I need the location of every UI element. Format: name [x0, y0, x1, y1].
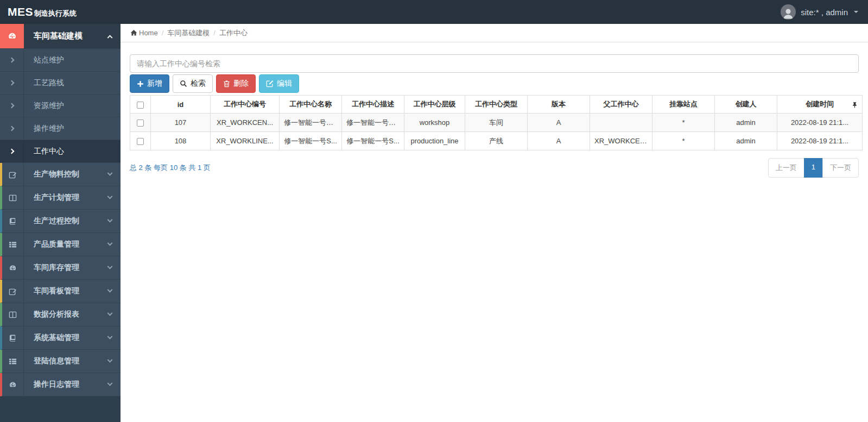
pagination-summary: 总 2 条 每页 10 条 共 1 页 — [130, 163, 211, 173]
breadcrumb-home[interactable]: Home — [130, 29, 158, 37]
table-cell: production_line — [404, 132, 465, 150]
column-header-code: 工作中心编号 — [211, 96, 280, 114]
edit-icon — [2, 280, 24, 303]
row-select-cell — [130, 132, 151, 150]
person-icon — [782, 7, 795, 20]
sidebar-item-label: 系统基础管理 — [34, 333, 79, 343]
next-page-button[interactable]: 下一页 — [822, 158, 859, 178]
sidebar-item-login-info-management[interactable]: 登陆信息管理 — [0, 350, 121, 373]
table-cell — [590, 114, 652, 132]
sidebar-subitem-label: 操作维护 — [34, 124, 64, 134]
table-cell: * — [652, 132, 715, 150]
sidebar-item-operation-log-management[interactable]: 操作日志管理 — [0, 373, 121, 396]
row-checkbox[interactable] — [137, 138, 144, 145]
column-header-version: 版本 — [528, 96, 590, 114]
sidebar-subitem-label: 站点维护 — [34, 55, 64, 65]
sidebar-item-workshop-modeling[interactable]: 车间基础建模 — [0, 24, 121, 49]
table-cell: 车间 — [465, 114, 528, 132]
sidebar-item-material-control[interactable]: 生产物料控制 — [0, 163, 121, 186]
row-checkbox[interactable] — [137, 119, 144, 127]
table-cell: admin — [715, 114, 777, 132]
sidebar-subitem-label: 工作中心 — [34, 147, 64, 156]
home-icon — [130, 29, 137, 36]
sidebar-item-plan-management[interactable]: 生产计划管理 — [0, 186, 121, 210]
table-cell: 修一智能一号车间 — [280, 114, 342, 132]
breadcrumb-current: 工作中心 — [219, 28, 248, 38]
sidebar-item-inventory-management[interactable]: 车间库存管理 — [0, 256, 121, 280]
delete-button[interactable]: 删除 — [216, 74, 256, 93]
select-all-header — [130, 96, 151, 114]
page-1-button[interactable]: 1 — [804, 158, 823, 178]
table-cell: admin — [715, 132, 777, 150]
sidebar-item-label: 生产物料控制 — [34, 169, 79, 179]
row-select-cell — [130, 114, 151, 132]
sidebar-item-label: 车间基础建模 — [34, 31, 83, 41]
pagination: 上一页 1 下一页 — [768, 158, 859, 178]
chevron-down-icon — [107, 217, 113, 222]
edit-icon — [2, 163, 24, 186]
sidebar-item-kanban-management[interactable]: 车间看板管理 — [0, 280, 121, 303]
table-cell: 2022-08-19 21:1... — [777, 132, 863, 150]
sidebar-subitem-work-center[interactable]: 工作中心 — [0, 140, 121, 163]
app-logo: MES 制造执行系统 — [8, 5, 77, 18]
list-icon — [2, 350, 24, 373]
chevron-down-icon — [107, 357, 113, 362]
sidebar-item-label: 操作日志管理 — [34, 380, 79, 389]
sidebar-item-data-analysis-reports[interactable]: 数据分析报表 — [0, 303, 121, 326]
sidebar-item-process-control[interactable]: 生产过程控制 — [0, 210, 121, 233]
book-icon — [2, 210, 24, 232]
dashboard-icon — [0, 24, 24, 48]
search-button[interactable]: 检索 — [173, 74, 213, 93]
breadcrumb-separator: / — [162, 29, 164, 37]
toolbar: 新增 检索 删除 — [130, 74, 859, 93]
sidebar-item-label: 车间看板管理 — [34, 286, 79, 296]
column-header-type: 工作中心类型 — [465, 96, 528, 114]
table-cell: 修一智能一号S... — [280, 132, 342, 150]
brand-acronym: MES — [8, 5, 33, 18]
column-header-creator: 创建人 — [715, 96, 777, 114]
sidebar-subitem-process-route[interactable]: 工艺路线 — [0, 72, 121, 95]
chevron-down-icon — [107, 287, 113, 292]
chevron-right-icon — [0, 117, 24, 140]
dashboard-icon — [2, 256, 24, 279]
table-cell: 修一智能一号车间 — [342, 114, 404, 132]
sidebar-subitem-operation-maintenance[interactable]: 操作维护 — [0, 117, 121, 140]
sidebar-item-quality-management[interactable]: 产品质量管理 — [0, 233, 121, 256]
sidebar-item-label: 登陆信息管理 — [34, 356, 79, 366]
chevron-right-icon — [0, 140, 24, 162]
chevron-down-icon — [107, 333, 113, 339]
caret-down-icon — [854, 11, 858, 13]
search-input[interactable] — [130, 54, 859, 73]
sidebar-subitem-label: 工艺路线 — [34, 78, 64, 88]
table-row: 107 XR_WORKCEN... 修一智能一号车间 修一智能一号车间 work… — [130, 114, 863, 132]
table-cell: * — [652, 114, 715, 132]
table-cell: XR_WORKCEN... — [211, 114, 280, 132]
sidebar-item-label: 数据分析报表 — [34, 310, 79, 319]
chevron-right-icon — [0, 49, 24, 71]
chevron-down-icon — [107, 380, 113, 386]
sidebar-item-system-management[interactable]: 系统基础管理 — [0, 326, 121, 350]
dashboard-icon — [2, 373, 24, 396]
table-cell: 107 — [151, 114, 211, 132]
chevron-down-icon — [107, 310, 113, 316]
plus-icon — [137, 80, 144, 87]
table-cell: A — [528, 114, 590, 132]
edit-button[interactable]: 编辑 — [259, 74, 299, 93]
table-cell: 108 — [151, 132, 211, 150]
add-button[interactable]: 新增 — [130, 74, 169, 93]
sidebar-subitem-resource-maintenance[interactable]: 资源维护 — [0, 95, 121, 117]
sidebar-item-label: 生产计划管理 — [34, 193, 79, 203]
user-menu[interactable]: site:* , admin — [781, 4, 858, 20]
prev-page-button[interactable]: 上一页 — [768, 158, 804, 178]
brand-subtitle: 制造执行系统 — [34, 9, 77, 18]
columns-icon — [2, 186, 24, 209]
table-cell: workshop — [404, 114, 465, 132]
breadcrumb-section[interactable]: 车间基础建模 — [167, 28, 210, 38]
sidebar-subitem-site-maintenance[interactable]: 站点维护 — [0, 49, 121, 72]
column-header-id: id — [151, 96, 211, 114]
table-header-row: id 工作中心编号 工作中心名称 工作中心描述 工作中心层级 工作中心类型 版本… — [130, 96, 863, 114]
select-all-checkbox[interactable] — [137, 102, 144, 109]
column-header-created-time: 创建时间 — [777, 96, 863, 114]
pin-icon[interactable] — [852, 100, 857, 109]
search-icon — [180, 80, 187, 87]
